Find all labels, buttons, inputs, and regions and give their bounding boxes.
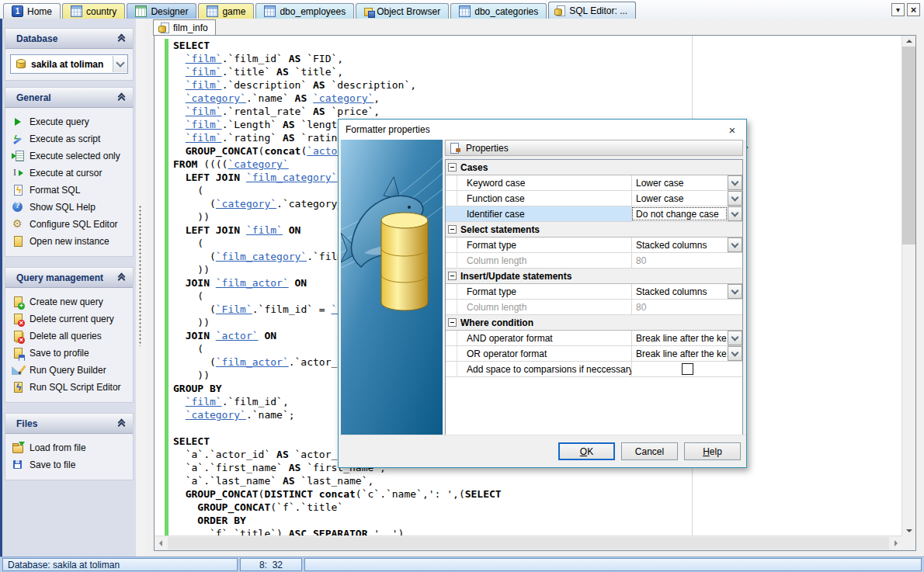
property-value[interactable]: Stacked columns <box>631 237 728 252</box>
collapse-chevron-icon[interactable] <box>118 94 125 101</box>
table-link[interactable]: `category` <box>313 92 373 104</box>
table-link[interactable]: `film_actor` <box>216 277 289 289</box>
sidebar-splitter[interactable] <box>136 19 145 556</box>
sidebar-item-open-new-instance[interactable]: Open new instance <box>5 233 133 250</box>
table-link[interactable]: `film` <box>186 79 222 91</box>
add-space-checkbox[interactable] <box>682 363 693 375</box>
property-row-keyword-case[interactable]: Keyword caseLower case <box>446 175 742 191</box>
dropdown-button[interactable] <box>728 206 742 221</box>
scroll-left-arrow[interactable] <box>155 536 167 550</box>
panel-header-files[interactable]: Files <box>5 414 133 434</box>
dropdown-button[interactable] <box>728 191 742 206</box>
panel-header-query-management[interactable]: Query management <box>5 268 133 288</box>
sidebar-item-execute-selected-only[interactable]: Execute selected only <box>5 147 133 165</box>
database-dropdown-button[interactable] <box>113 56 127 72</box>
tab-list-button[interactable]: ▾ <box>891 3 905 16</box>
sidebar-item-run-query-builder[interactable]: Run Query Builder <box>5 362 133 379</box>
help-button[interactable]: Help <box>684 442 741 460</box>
table-link[interactable]: `category` <box>186 409 246 421</box>
dialog-title-bar[interactable]: Formatter properties × <box>339 120 746 140</box>
tab-designer[interactable]: Designer <box>127 3 196 19</box>
collapse-chevron-icon[interactable] <box>118 274 125 281</box>
scroll-up-arrow[interactable] <box>902 36 915 47</box>
tab-sql-editor[interactable]: SQL Editor: ... <box>548 2 636 19</box>
sidebar-item-show-sql-help[interactable]: ?Show SQL Help <box>5 199 133 216</box>
database-selector[interactable]: sakila at toliman <box>10 54 128 74</box>
sidebar-item-execute-at-cursor[interactable]: IExecute at cursor <box>5 165 133 182</box>
table-link[interactable]: `film` <box>186 106 222 117</box>
table-link[interactable]: `film_category` <box>216 251 307 262</box>
tab-dbo-categories[interactable]: dbo_categories <box>450 3 547 19</box>
ok-button[interactable]: OK <box>558 442 615 460</box>
property-row-and-operator-format[interactable]: AND operator formatBreak line after the … <box>446 331 742 346</box>
table-link[interactable]: `film_category` <box>246 172 337 183</box>
sidebar-item-save-to-file[interactable]: Save to file <box>5 456 133 473</box>
table-link[interactable]: `actor` <box>216 330 259 341</box>
property-value[interactable]: Stacked columns <box>631 284 728 299</box>
document-tab-film-info[interactable]: film_info <box>153 19 216 36</box>
collapse-icon[interactable] <box>448 225 457 234</box>
property-row-or-operator-format[interactable]: OR operator formatBreak line after the k… <box>446 346 742 362</box>
panel-header-general[interactable]: General <box>5 88 133 108</box>
table-link[interactable]: `film` <box>246 224 283 236</box>
tab-country[interactable]: country <box>62 3 125 19</box>
collapse-chevron-icon[interactable] <box>118 35 125 42</box>
dropdown-button[interactable] <box>728 331 742 345</box>
hscroll-thumb[interactable] <box>168 537 889 549</box>
tab-dbo-employees[interactable]: dbo_employees <box>255 3 354 19</box>
property-row-add-space-to-comparsions-if-neccessary[interactable]: Add space to comparsions if neccessary <box>446 362 742 377</box>
sidebar-item-configure-sql-editor[interactable]: ⚙Configure SQL Editor <box>5 216 133 233</box>
sidebar-item-execute-as-script[interactable]: ϟExecute as script <box>5 130 133 147</box>
property-value[interactable]: Lower case <box>631 175 728 190</box>
cancel-button[interactable]: Cancel <box>621 442 678 460</box>
scroll-right-arrow[interactable] <box>890 536 902 550</box>
dropdown-button[interactable] <box>728 284 742 299</box>
sidebar-item-save-to-profile[interactable]: Save to profile <box>5 345 133 362</box>
editor-vscrollbar[interactable] <box>901 36 915 536</box>
tab-home[interactable]: 1Home <box>3 3 61 19</box>
sidebar-item-format-sql[interactable]: ϟFormat SQL <box>5 182 133 199</box>
table-link[interactable]: `film` <box>186 132 222 144</box>
tab-object-browser[interactable]: Object Browser <box>356 3 449 19</box>
dialog-close-button[interactable]: × <box>725 123 739 137</box>
table-link[interactable]: `film_actor` <box>216 356 289 368</box>
property-row-format-type[interactable]: Format typeStacked columns <box>446 284 742 300</box>
close-tab-button[interactable]: × <box>907 3 920 16</box>
sidebar-item-run-sql-script-editor[interactable]: ϟRun SQL Script Editor <box>5 379 133 396</box>
dropdown-button[interactable] <box>728 237 742 252</box>
sidebar-item-load-from-file[interactable]: Load from file <box>5 439 133 456</box>
table-link[interactable]: `film` <box>186 396 222 407</box>
vscroll-thumb[interactable] <box>902 47 915 244</box>
dropdown-button[interactable] <box>728 175 742 190</box>
collapse-icon[interactable] <box>448 318 457 327</box>
table-link[interactable]: `category` <box>228 158 288 170</box>
table-link[interactable]: `Film` <box>216 303 252 315</box>
property-value[interactable]: Break line after the ke... <box>631 346 728 361</box>
panel-header-database[interactable]: Database <box>5 29 133 49</box>
tab-game[interactable]: game <box>198 3 254 19</box>
collapse-icon[interactable] <box>448 272 457 280</box>
collapse-chevron-icon[interactable] <box>118 420 125 427</box>
sidebar-item-delete-current-query[interactable]: ×Delete current query <box>5 310 133 328</box>
sidebar-item-delete-all-queries[interactable]: ×Delete all queries <box>5 328 133 345</box>
property-row-format-type[interactable]: Format typeStacked columns <box>446 237 742 253</box>
sidebar-item-label: Execute query <box>30 116 89 127</box>
table-link[interactable]: `film` <box>186 119 222 130</box>
sidebar-item-create-new-query[interactable]: +Create new query <box>5 293 133 310</box>
collapse-icon[interactable] <box>448 163 457 172</box>
property-row-column-length[interactable]: Column length80 <box>446 300 742 315</box>
property-value[interactable]: Break line after the ke... <box>631 331 728 345</box>
property-value[interactable]: Do not change case <box>631 206 728 221</box>
property-row-identifier-case[interactable]: Identifier caseDo not change case <box>446 206 742 222</box>
editor-hscrollbar[interactable] <box>155 536 902 550</box>
table-link[interactable]: `film` <box>186 53 222 64</box>
property-row-column-length[interactable]: Column length80 <box>446 253 742 269</box>
dropdown-button[interactable] <box>728 346 742 361</box>
table-link[interactable]: `category` <box>216 198 276 210</box>
property-value[interactable]: Lower case <box>631 191 728 206</box>
property-row-function-case[interactable]: Function caseLower case <box>446 191 742 206</box>
scroll-down-arrow[interactable] <box>902 525 915 536</box>
sidebar-item-execute-query[interactable]: Execute query <box>5 113 133 130</box>
table-link[interactable]: `film` <box>186 66 222 78</box>
table-link[interactable]: `category` <box>186 92 246 104</box>
